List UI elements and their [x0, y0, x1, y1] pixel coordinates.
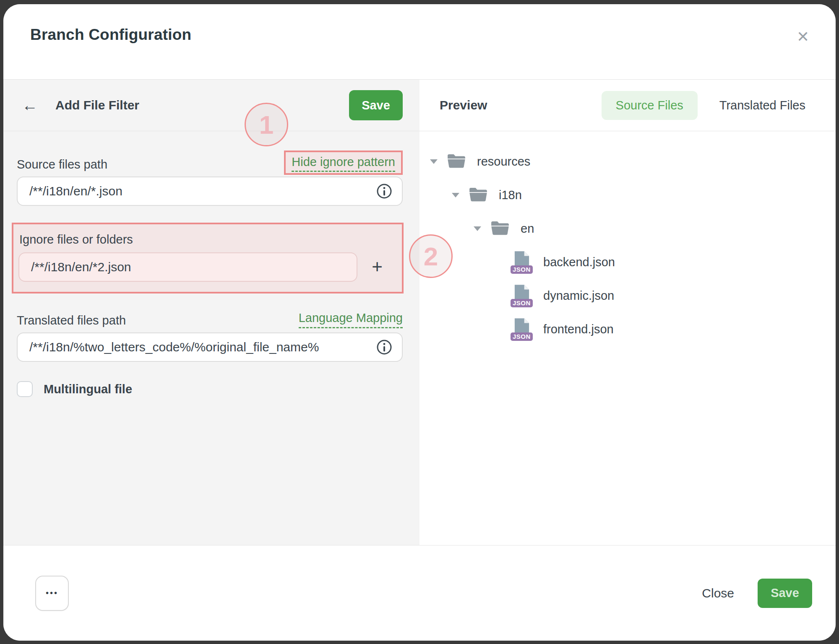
ellipsis-icon: •••: [46, 588, 58, 598]
save-filter-button[interactable]: Save: [349, 90, 403, 120]
tree-row[interactable]: JSON backend.json: [420, 245, 836, 279]
source-path-field: [17, 177, 403, 206]
save-button[interactable]: Save: [758, 579, 812, 608]
ignore-field: [18, 252, 357, 282]
modal-header: Branch Configuration ✕: [3, 4, 836, 80]
preview-tabs: Source Files Translated Files: [602, 91, 805, 120]
footer-actions: Close Save: [702, 579, 812, 608]
modal-content: ← Add File Filter Save Source files path…: [3, 80, 836, 545]
json-badge: JSON: [511, 332, 533, 341]
tree-item-label: dynamic.json: [543, 289, 614, 303]
more-options-button[interactable]: •••: [35, 576, 69, 611]
hide-ignore-highlight: Hide ignore pattern: [284, 151, 403, 175]
tree-row[interactable]: en: [420, 212, 836, 245]
filter-panel-title: Add File Filter: [55, 98, 139, 112]
close-icon[interactable]: ✕: [792, 26, 814, 48]
multilingual-label: Multilingual file: [44, 382, 132, 396]
ignore-section-highlight: Ignore files or folders +: [12, 223, 404, 293]
hide-ignore-pattern-link[interactable]: Hide ignore pattern: [292, 155, 395, 172]
ignore-label: Ignore files or folders: [18, 231, 397, 252]
tree-item-label: frontend.json: [543, 322, 614, 336]
tree-item-label: i18n: [499, 188, 522, 202]
language-mapping-link[interactable]: Language Mapping: [299, 311, 403, 328]
tree-item-label: backend.json: [543, 255, 615, 269]
json-file-icon: JSON: [512, 285, 532, 306]
preview-panel: Preview Source Files Translated Files re…: [420, 80, 836, 545]
preview-title: Preview: [440, 98, 487, 112]
tree-row[interactable]: resources: [420, 145, 836, 178]
translated-path-input[interactable]: [17, 332, 403, 362]
chevron-down-icon[interactable]: [430, 159, 447, 164]
tab-source-files[interactable]: Source Files: [602, 91, 698, 120]
close-button[interactable]: Close: [702, 586, 734, 600]
translated-path-label: Translated files path: [17, 314, 126, 332]
json-badge: JSON: [511, 265, 533, 274]
source-path-label: Source files path: [17, 158, 107, 176]
info-icon[interactable]: [376, 183, 393, 200]
translated-path-row: Translated files path Language Mapping: [17, 311, 403, 332]
info-icon[interactable]: [376, 339, 393, 356]
file-filter-panel: ← Add File Filter Save Source files path…: [3, 80, 420, 545]
source-path-row: Source files path Hide ignore pattern: [17, 151, 403, 176]
json-file-icon: JSON: [512, 251, 532, 273]
back-arrow-icon[interactable]: ←: [22, 97, 38, 113]
source-path-input[interactable]: [17, 177, 403, 206]
json-badge: JSON: [511, 299, 533, 308]
add-ignore-pattern-button[interactable]: +: [357, 257, 397, 276]
branch-configuration-modal: Branch Configuration ✕ ← Add File Filter…: [3, 4, 836, 641]
modal-footer: ••• Close Save: [3, 545, 836, 641]
filter-form: Source files path Hide ignore pattern: [3, 131, 420, 545]
folder-icon: [469, 187, 488, 203]
tab-translated-files[interactable]: Translated Files: [719, 99, 805, 112]
folder-icon: [447, 153, 466, 169]
multilingual-checkbox[interactable]: [17, 381, 33, 397]
multilingual-row: Multilingual file: [17, 381, 403, 397]
tree-row[interactable]: JSON dynamic.json: [420, 279, 836, 312]
folder-icon: [490, 221, 510, 236]
json-file-icon: JSON: [512, 318, 532, 340]
tree-item-label: resources: [477, 155, 530, 169]
ignore-pattern-input[interactable]: [18, 252, 357, 282]
tree-row[interactable]: i18n: [420, 178, 836, 212]
tree-row[interactable]: JSON frontend.json: [420, 312, 836, 346]
chevron-down-icon[interactable]: [452, 193, 469, 197]
translated-path-field: [17, 332, 403, 362]
file-tree: resources i18n en: [420, 131, 836, 346]
chevron-down-icon[interactable]: [474, 226, 490, 231]
filter-panel-header: ← Add File Filter Save: [3, 80, 420, 131]
ignore-row: +: [18, 252, 397, 282]
modal-title: Branch Configuration: [30, 26, 812, 44]
preview-header: Preview Source Files Translated Files: [420, 80, 836, 131]
tree-item-label: en: [521, 222, 534, 236]
